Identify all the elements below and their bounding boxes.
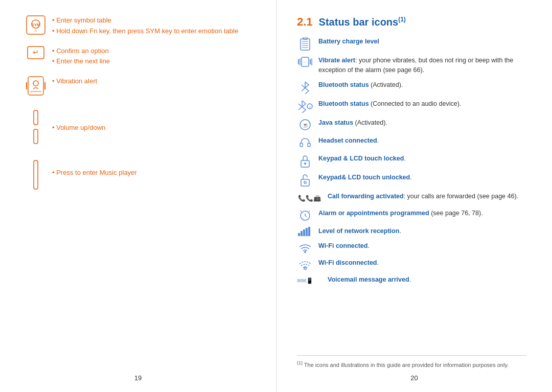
bullet-sym-1: Enter symbol table [52,15,238,26]
svg-line-43 [305,216,307,217]
svg-rect-47 [301,231,303,236]
svg-rect-35 [308,143,310,147]
svg-line-28 [298,104,302,107]
sym-key-bullets: Enter symbol table Hold down Fn key, the… [52,15,238,37]
svg-point-37 [304,163,306,165]
section-number: 2.1 [297,15,313,29]
voicemail-icon: ✉✉📱 [297,275,323,285]
battery-icon [297,37,313,51]
wifi-on-icon [297,241,313,253]
status-call-forward: 📞📞📠 Call forwarding activated: your call… [297,192,526,203]
status-vibrate: ~ Vibrate alert: your phone vibrates, bu… [297,56,526,75]
vibration-icon [26,76,46,96]
right-page: 2.1 Status bar icons(1) Battery charge l… [276,0,552,392]
java-icon: ☕ [297,118,313,131]
svg-text:☕: ☕ [303,122,309,128]
svg-text:~: ~ [304,60,307,64]
enter-key-item: ↵ Confirm an option Enter the next line [26,46,256,67]
call-forward-icon: 📞📞📠 [297,192,323,203]
sym-key-item: SYM ☺ Enter symbol table Hold down Fn ke… [26,15,256,37]
volume-bullets: Volume up/down [52,123,105,133]
enter-key-icon: ↵ [26,46,46,59]
svg-text:♪: ♪ [309,105,311,109]
status-keypad-locked: Keypad & LCD touch locked. [297,154,526,168]
voicemail-text: Voicemail message arrived. [328,275,411,285]
keypad-unlocked-text: Keypad& LCD touch unlocked. [318,173,412,182]
bullet-vibration: Vibration alert [52,76,97,87]
svg-rect-38 [301,179,309,186]
status-alarm: Alarm or appointments programmed (see pa… [297,209,526,221]
status-headset: Headset connected. [297,136,526,149]
bullet-enter-1: Confirm an option [52,46,110,57]
volume-icon [26,110,46,146]
status-battery: Battery charge level [297,37,526,51]
status-wifi-on: Wi-Fi connected. [297,241,526,253]
svg-rect-50 [308,227,310,236]
keypad-locked-text: Keypad & LCD touch locked. [318,154,406,164]
bluetooth-active-icon [297,80,313,94]
volume-item: Volume up/down [26,110,256,146]
status-bluetooth-audio: ♪ Bluetooth status (Connected to an audi… [297,99,526,113]
bullet-music: Press to enter Music player [52,168,137,178]
wifi-off-text: Wi-Fi disconnected. [318,258,379,268]
status-wifi-off: Wi-Fi disconnected. [297,258,526,270]
bullet-enter-2: Enter the next line [52,56,110,67]
svg-rect-49 [306,228,308,236]
svg-line-26 [302,85,305,88]
status-bluetooth-active: Bluetooth status (Activated). [297,80,526,94]
vibrate-alert-icon: ~ [297,56,313,67]
status-signal: Level of network reception. [297,226,526,236]
alarm-text: Alarm or appointments programmed (see pa… [318,209,483,218]
left-page-number: 19 [134,374,142,382]
svg-text:SYM: SYM [31,22,40,27]
svg-text:☺: ☺ [34,29,37,32]
music-icon [26,160,46,190]
svg-rect-48 [303,229,305,236]
svg-point-51 [304,251,306,253]
call-forward-text: Call forwarding activated: your calls ar… [328,192,518,201]
svg-line-44 [301,211,302,212]
svg-point-39 [304,181,306,183]
bluetooth-active-text: Bluetooth status (Activated). [318,80,403,90]
vibrate-text: Vibrate alert: your phone vibrates, but … [318,56,526,75]
music-bullets: Press to enter Music player [52,168,137,178]
signal-text: Level of network reception. [318,226,401,236]
headset-icon [297,136,313,149]
vibration-item: Vibration alert [26,76,256,96]
bullet-volume: Volume up/down [52,123,105,133]
battery-text: Battery charge level [318,37,379,47]
svg-rect-34 [300,143,303,147]
wifi-on-text: Wi-Fi connected. [318,241,370,251]
status-voicemail: ✉✉📱 Voicemail message arrived. [297,275,526,285]
svg-rect-46 [298,233,300,236]
status-java: ☕ Java status (Activated). [297,118,526,131]
signal-icon [297,226,313,236]
bluetooth-audio-icon: ♪ [297,99,313,113]
svg-line-45 [309,211,310,212]
svg-rect-15 [303,37,307,39]
status-list: Battery charge level ~ Vibrate alert: yo… [297,37,526,285]
bluetooth-audio-text: Bluetooth status (Connected to an audio … [318,99,461,109]
music-item: Press to enter Music player [26,160,256,190]
wifi-off-icon [297,258,313,270]
footnote: (1) The icons and illustrations in this … [297,355,526,369]
svg-rect-13 [34,160,38,189]
status-keypad-unlocked: Keypad& LCD touch unlocked. [297,173,526,187]
java-text: Java status (Activated). [318,118,387,128]
section-title: Status bar icons(1) [319,16,406,28]
keypad-locked-icon [297,154,313,168]
svg-line-27 [302,88,305,91]
svg-point-7 [33,81,38,86]
svg-point-52 [304,268,306,270]
footnote-text: The icons and illustrations in this guid… [304,362,509,368]
left-page: SYM ☺ Enter symbol table Hold down Fn ke… [0,0,276,392]
headset-text: Headset connected. [318,136,379,146]
svg-line-29 [298,107,302,110]
keypad-unlocked-icon [297,173,313,187]
footnote-marker: (1) [297,360,303,365]
svg-text:📞📞📠: 📞📞📠 [298,194,321,202]
sym-key-icon: SYM ☺ [26,15,46,35]
svg-text:↵: ↵ [33,48,39,56]
alarm-icon [297,209,313,221]
svg-rect-11 [34,110,38,125]
